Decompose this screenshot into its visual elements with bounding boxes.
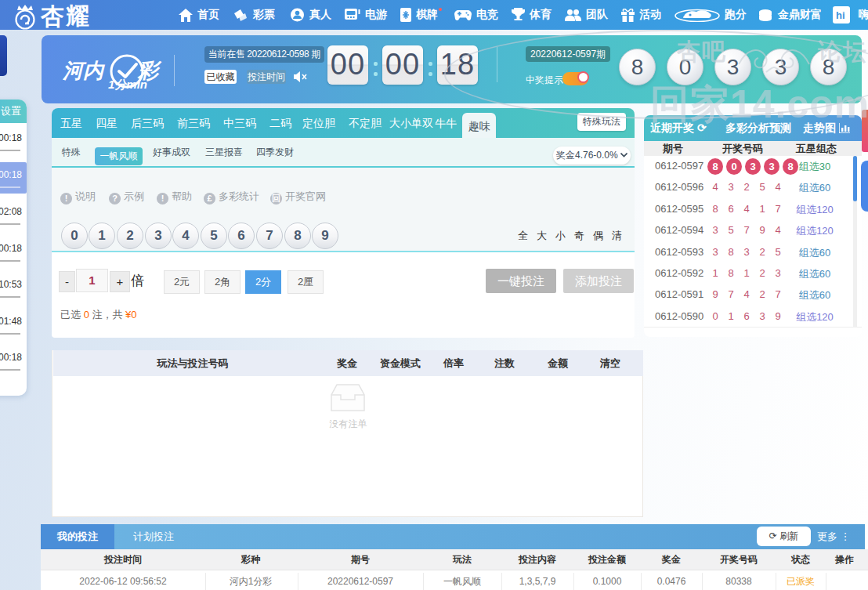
svg-text:河内: 河内 xyxy=(63,59,105,82)
svg-text:彩: 彩 xyxy=(137,59,162,82)
svg-text:hi: hi xyxy=(836,9,845,21)
